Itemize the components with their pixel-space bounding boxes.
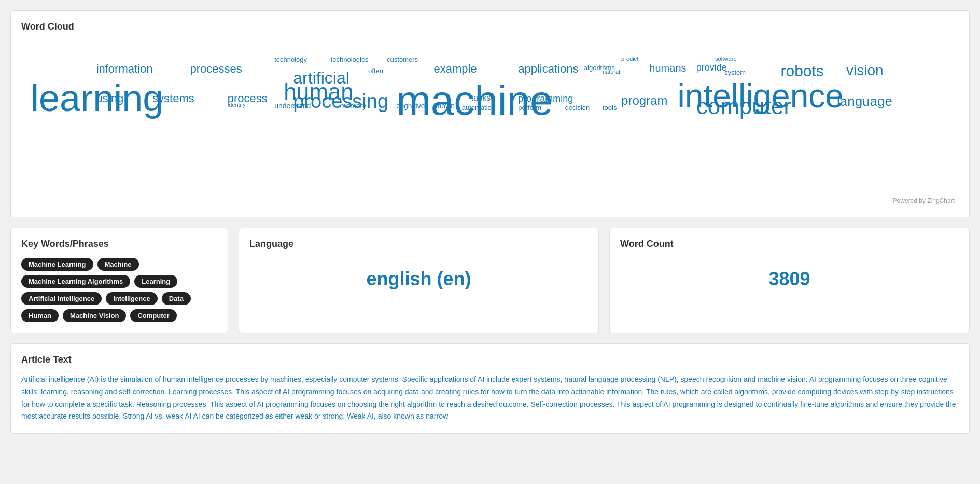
article-content: Artificial intelligence (AI) is the simu… (21, 374, 959, 423)
article-card: Article Text Artificial intelligence (AI… (10, 343, 970, 434)
word-cloud-title: Word Cloud (21, 21, 959, 32)
wordcount-title: Word Count (620, 239, 674, 250)
word-cloud-word: predict (621, 56, 638, 62)
keyword-tag[interactable]: Computer (130, 309, 176, 322)
wordcount-value: 3809 (620, 268, 959, 290)
keyword-tag[interactable]: Data (162, 292, 191, 305)
keyword-tag[interactable]: Machine Vision (63, 309, 126, 322)
word-cloud-word: programming (518, 93, 573, 104)
keyword-tag[interactable]: Intelligence (106, 292, 158, 305)
word-cloud-word: systems (152, 92, 194, 105)
word-cloud-word: known (434, 102, 455, 110)
word-cloud-word: humans (649, 62, 686, 74)
word-cloud-word: memory (340, 102, 367, 110)
word-cloud-word: program (621, 93, 667, 108)
word-cloud-word: natural (603, 68, 620, 75)
word-cloud-word: technology (274, 56, 307, 63)
word-cloud-word: identify (228, 102, 246, 108)
tags-container: Machine LearningMachineMachine Learning … (21, 258, 217, 322)
word-cloud-word: language (837, 93, 892, 109)
word-cloud-word: processes (190, 62, 242, 76)
word-cloud-word: applications (518, 62, 578, 76)
word-cloud-word: vision (846, 62, 884, 79)
word-cloud-word: computer (696, 93, 791, 119)
language-panel: Language english (en) (239, 228, 599, 333)
language-title: Language (249, 239, 293, 250)
keyword-tag[interactable]: Artificial Intelligence (21, 292, 102, 305)
keyword-tag[interactable]: Human (21, 309, 59, 322)
word-cloud-word: perform (518, 104, 541, 112)
word-cloud-word: information (96, 62, 153, 76)
word-cloud-word: decision (565, 104, 590, 112)
word-cloud-word: automation (462, 104, 495, 112)
keyword-tag[interactable]: Learning (134, 275, 177, 288)
keyword-tag[interactable]: Machine (97, 258, 139, 271)
word-cloud-word: software (715, 56, 737, 62)
word-cloud-word: cognitive (396, 102, 425, 110)
word-cloud-word: tasks (471, 93, 491, 103)
article-title: Article Text (21, 354, 959, 365)
word-cloud-word: often (368, 67, 383, 75)
word-cloud-card: Word Cloud Powered by ZingChart informat… (10, 10, 970, 217)
word-cloud-word: provide (696, 62, 727, 73)
powered-by: Powered by ZingChart (893, 197, 955, 204)
word-cloud-word: system (724, 68, 746, 76)
word-cloud-word: example (434, 62, 477, 76)
keyword-tag[interactable]: Machine Learning Algorithms (21, 275, 130, 288)
word-cloud-word: customers (387, 56, 418, 63)
wordcount-panel: Word Count 3809 (609, 228, 970, 333)
word-cloud-word: technologies (331, 56, 369, 63)
keywords-panel: Key Words/Phrases Machine LearningMachin… (10, 228, 228, 333)
language-value: english (en) (249, 268, 588, 290)
word-cloud-word: tools (603, 104, 617, 112)
keyword-tag[interactable]: Machine Learning (21, 258, 93, 271)
word-cloud-container: Powered by ZingChart informationprocesse… (21, 40, 959, 206)
word-cloud-word: understand (274, 102, 311, 110)
panels-row: Key Words/Phrases Machine LearningMachin… (10, 228, 970, 333)
keywords-title: Key Words/Phrases (21, 239, 217, 250)
word-cloud-word: using (96, 92, 124, 105)
